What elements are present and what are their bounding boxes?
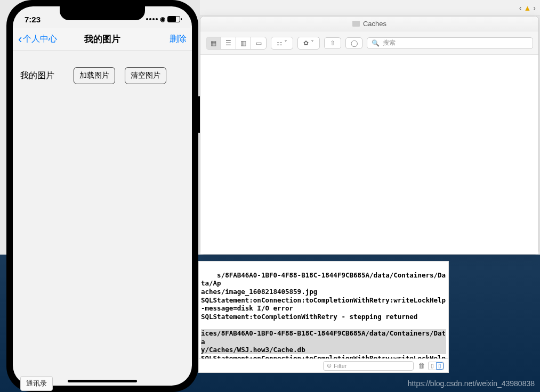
view-mode-group[interactable]: ▦ ☰ ▥ ▭ bbox=[206, 37, 267, 50]
icon-view-button[interactable]: ▦ bbox=[206, 37, 221, 49]
back-label: 个人中心 bbox=[23, 34, 57, 45]
finder-content-area[interactable] bbox=[200, 55, 538, 254]
finder-window: Caches ▦ ☰ ▥ ▭ ⚏ ˅ ✿ ˅ ⇧ ◯ 🔍 搜索 bbox=[200, 16, 539, 255]
prev-arrow-icon[interactable]: ‹ bbox=[519, 4, 522, 12]
log-line-highlighted: y/Caches/WSJ.how3/Cache.db bbox=[201, 346, 446, 354]
content-area: 我的图片 加载图片 清空图片 bbox=[13, 51, 192, 100]
log-line: SQLStatement:onConnection:toCompletionWi… bbox=[201, 354, 446, 358]
iphone-notch bbox=[60, 6, 145, 20]
nav-title: 我的图片 bbox=[84, 33, 120, 45]
iphone-simulator: 7:23 ◉ ‹ 个人中心 我的图片 删除 我的图片 加载图片 清空图片 bbox=[6, 0, 198, 392]
finder-search-input[interactable]: 🔍 搜索 bbox=[367, 37, 533, 49]
gallery-view-button[interactable]: ▭ bbox=[251, 37, 266, 49]
clear-image-button[interactable]: 清空图片 bbox=[125, 67, 166, 84]
contacts-tooltip: 通讯录 bbox=[20, 376, 53, 391]
search-icon: 🔍 bbox=[372, 39, 380, 47]
back-button[interactable]: ‹ 个人中心 bbox=[18, 32, 57, 46]
console-panel-toggle[interactable]: ▯ ▯ bbox=[428, 362, 444, 370]
log-line: SQLStatement:toCompletionWithRetry - ste… bbox=[201, 313, 417, 321]
xcode-console: s/8FAB46A0-1BF0-4F88-B18C-1844F9CB685A/d… bbox=[198, 261, 449, 373]
log-line: -message=disk I/O error bbox=[201, 304, 293, 312]
finder-titlebar: Caches bbox=[200, 17, 538, 31]
watermark-text: https://blog.csdn.net/weixin_43980838 bbox=[408, 379, 535, 388]
battery-icon bbox=[167, 16, 180, 22]
load-image-button[interactable]: 加载图片 bbox=[74, 67, 115, 84]
group-by-button[interactable]: ⚏ ˅ bbox=[271, 37, 293, 49]
share-icon: ⇧ bbox=[330, 39, 335, 47]
button-group: 加载图片 清空图片 bbox=[74, 67, 166, 84]
iphone-screen: 7:23 ◉ ‹ 个人中心 我的图片 删除 我的图片 加载图片 清空图片 bbox=[13, 6, 192, 386]
action-dropdown[interactable]: ✿ ˅ bbox=[297, 37, 320, 50]
finder-toolbar: ▦ ☰ ▥ ▭ ⚏ ˅ ✿ ˅ ⇧ ◯ 🔍 搜索 bbox=[200, 31, 538, 55]
log-line: s/8FAB46A0-1BF0-4F88-B18C-1844F9CB685A/d… bbox=[201, 271, 446, 288]
iphone-side-button bbox=[198, 96, 200, 133]
console-output[interactable]: s/8FAB46A0-1BF0-4F88-B18C-1844F9CB685A/d… bbox=[199, 262, 448, 358]
left-panel-icon[interactable]: ▯ bbox=[429, 362, 436, 370]
delete-button[interactable]: 删除 bbox=[170, 34, 187, 45]
folder-icon bbox=[352, 21, 360, 27]
status-time: 7:23 bbox=[25, 15, 41, 24]
column-view-button[interactable]: ▥ bbox=[236, 37, 251, 49]
warning-icon[interactable]: ▲ bbox=[523, 4, 531, 12]
home-indicator[interactable] bbox=[68, 380, 137, 382]
tags-button[interactable]: ◯ bbox=[345, 37, 362, 49]
wifi-icon: ◉ bbox=[160, 15, 165, 23]
right-panel-icon[interactable]: ▯ bbox=[436, 362, 444, 370]
log-line-highlighted: ices/8FAB46A0-1BF0-4F88-B18C-1844F9CB685… bbox=[201, 329, 446, 346]
chevron-left-icon: ‹ bbox=[18, 32, 22, 46]
signal-icon bbox=[146, 18, 158, 20]
section-label: 我的图片 bbox=[20, 70, 54, 81]
gear-icon[interactable]: ✿ ˅ bbox=[298, 37, 319, 49]
status-right: ◉ bbox=[146, 15, 180, 23]
tag-icon: ◯ bbox=[351, 39, 358, 47]
filter-icon: ⊜ bbox=[327, 362, 332, 369]
xcode-top-bar: ‹ ▲ › bbox=[200, 0, 540, 16]
list-view-button[interactable]: ☰ bbox=[221, 37, 236, 49]
console-filter-input[interactable]: ⊜ Filter bbox=[323, 361, 414, 371]
log-line: aches/image_1608218405859.jpg bbox=[201, 288, 317, 296]
filter-placeholder: Filter bbox=[334, 363, 346, 369]
next-arrow-icon[interactable]: › bbox=[533, 4, 536, 12]
group-by-dropdown[interactable]: ⚏ ˅ bbox=[271, 37, 293, 50]
log-line: SQLStatement:onConnection:toCompletionWi… bbox=[201, 296, 446, 304]
finder-title-text: Caches bbox=[363, 20, 386, 28]
navigation-bar: ‹ 个人中心 我的图片 删除 bbox=[13, 28, 192, 51]
share-button[interactable]: ⇧ bbox=[324, 37, 341, 49]
console-footer: ⊜ Filter 🗑 ▯ ▯ bbox=[199, 358, 448, 372]
search-placeholder: 搜索 bbox=[383, 38, 396, 47]
trash-icon[interactable]: 🗑 bbox=[418, 362, 425, 370]
